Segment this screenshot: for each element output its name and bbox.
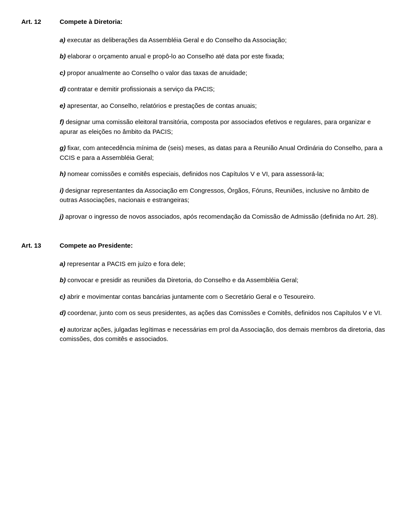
article-12-item-a: a) executar as deliberações da Assembléi… [60, 35, 388, 45]
article-13-content: Compete ao Presidente: a) representar a … [60, 241, 388, 351]
article-12-item-i: i) designar representantes da Associação… [60, 186, 388, 205]
article-13-item-b: b) convocar e presidir as reuniões da Di… [60, 275, 388, 285]
article-13-item-a: a) representar a PACIS em juízo e fora d… [60, 259, 388, 269]
article-12-item-b: b) elaborar o orçamento anual e propô-lo… [60, 52, 388, 61]
article-12-item-h: h) nomear comissões e comitês especiais,… [60, 169, 388, 179]
article-13-item-c: c) abrir e movimentar contas bancárias j… [60, 292, 388, 302]
article-12-item-d: d) contratar e demitir profissionais a s… [60, 84, 388, 94]
page-content: Art. 12 Compete à Diretoria: a) executar… [21, 17, 388, 351]
article-12-label: Art. 12 [21, 17, 60, 228]
article-13-item-d: d) coordenar, junto com os seus presiden… [60, 308, 388, 318]
article-13-title: Compete ao Presidente: [60, 241, 388, 251]
article-12-title: Compete à Diretoria: [60, 17, 388, 27]
article-13-label: Art. 13 [21, 241, 60, 351]
article-13-item-e: e) autorizar ações, julgadas legítimas e… [60, 325, 388, 344]
article-13-section: Art. 13 Compete ao Presidente: a) repres… [21, 241, 388, 351]
article-12-content: Compete à Diretoria: a) executar as deli… [60, 17, 388, 228]
article-12-item-e: e) apresentar, ao Conselho, relatórios e… [60, 101, 388, 111]
article-12-section: Art. 12 Compete à Diretoria: a) executar… [21, 17, 388, 228]
article-12-item-j: j) aprovar o ingresso de novos associado… [60, 212, 388, 222]
article-12-item-f: f) designar uma comissão eleitoral trans… [60, 117, 388, 136]
article-12-item-g: g) fixar, com antecedência mínima de (se… [60, 143, 388, 162]
article-12-item-c: c) propor anualmente ao Conselho o valor… [60, 68, 388, 78]
